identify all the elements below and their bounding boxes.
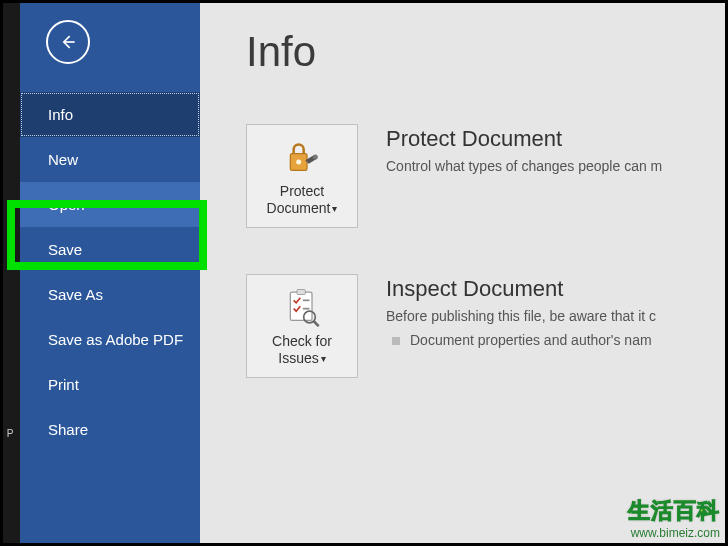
svg-rect-5 <box>297 289 305 294</box>
section-description: Before publishing this file, be aware th… <box>386 308 728 324</box>
check-for-issues-button[interactable]: Check for Issues▾ <box>246 274 358 378</box>
lock-icon <box>282 137 322 177</box>
tile-label: Protect Document▾ <box>255 183 349 218</box>
protect-document-text: Protect Document Control what types of c… <box>386 124 728 182</box>
inspect-document-section: Check for Issues▾ Inspect Document Befor… <box>246 274 728 378</box>
svg-line-9 <box>314 321 319 326</box>
sidebar-item-share[interactable]: Share <box>20 407 200 452</box>
back-button[interactable] <box>46 20 90 64</box>
sidebar-item-open[interactable]: Open <box>20 182 200 227</box>
sidebar-item-label: Open <box>48 196 85 213</box>
sidebar-item-save[interactable]: Save <box>20 227 200 272</box>
svg-point-3 <box>313 154 318 159</box>
protect-document-button[interactable]: Protect Document▾ <box>246 124 358 228</box>
sidebar-item-save-as[interactable]: Save As <box>20 272 200 317</box>
sidebar-item-print[interactable]: Print <box>20 362 200 407</box>
protect-document-section: Protect Document▾ Protect Document Contr… <box>246 124 728 228</box>
svg-rect-4 <box>290 292 312 320</box>
sidebar-item-save-adobe-pdf[interactable]: Save as Adobe PDF <box>20 317 200 362</box>
svg-point-2 <box>296 159 301 164</box>
edge-label: P <box>7 428 14 439</box>
section-title: Inspect Document <box>386 276 728 302</box>
sidebar-item-label: New <box>48 151 78 168</box>
window-edge-dark: P <box>0 0 20 546</box>
backstage-sidebar: Info New Open Save Save As Save as Adobe… <box>20 0 200 546</box>
sidebar-item-label: Info <box>48 106 73 123</box>
list-item: Document properties and author's nam <box>386 332 728 348</box>
chevron-down-icon: ▾ <box>332 203 337 216</box>
inspect-document-text: Inspect Document Before publishing this … <box>386 274 728 348</box>
sidebar-item-label: Save as Adobe PDF <box>48 331 183 348</box>
inspect-bullets: Document properties and author's nam <box>386 332 728 348</box>
sidebar-item-label: Save As <box>48 286 103 303</box>
sidebar-item-label: Save <box>48 241 82 258</box>
backstage-content: Info Protect Document▾ Protect Document … <box>200 0 728 546</box>
page-title: Info <box>246 28 728 76</box>
sidebar-item-label: Share <box>48 421 88 438</box>
tile-label: Check for Issues▾ <box>255 333 349 368</box>
checklist-icon <box>282 287 322 327</box>
app-root: P Info New Open Save Save As <box>0 0 728 546</box>
sidebar-item-label: Print <box>48 376 79 393</box>
chevron-down-icon: ▾ <box>321 353 326 366</box>
sidebar-item-new[interactable]: New <box>20 137 200 182</box>
section-title: Protect Document <box>386 126 728 152</box>
backstage-menu: Info New Open Save Save As Save as Adobe… <box>20 92 200 452</box>
sidebar-item-info[interactable]: Info <box>20 92 200 137</box>
section-description: Control what types of changes people can… <box>386 158 728 174</box>
arrow-left-icon <box>58 32 78 52</box>
